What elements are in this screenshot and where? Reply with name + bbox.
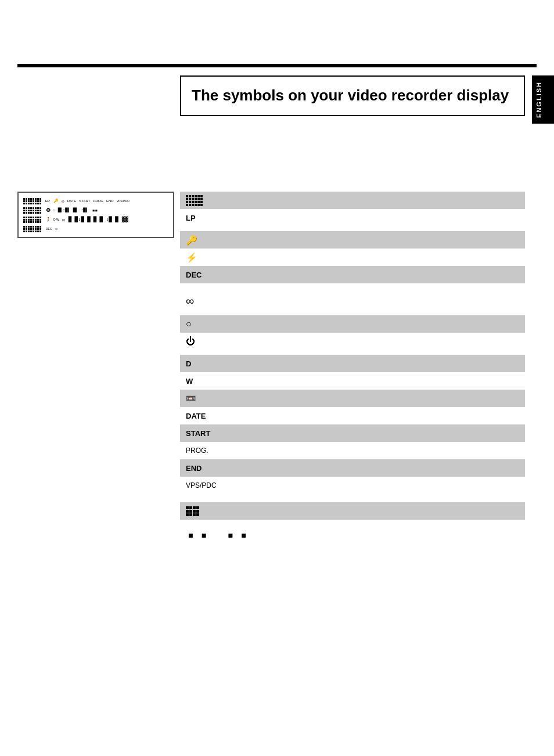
cassette-icon: 📼 — [186, 394, 196, 403]
prog-row: PROG. — [180, 442, 525, 459]
d-label: D — [186, 359, 191, 368]
spacer-1 — [180, 226, 525, 231]
grid-icon — [186, 195, 203, 206]
vps-label: VPS/PDC — [186, 481, 217, 489]
top-rule — [17, 64, 537, 67]
content-area: LP 🔑 ⚡ DEC ∞ ○ ⏻ — [180, 192, 525, 548]
spacer-4 — [180, 350, 525, 355]
spacer-2 — [180, 283, 525, 291]
lp-row — [180, 192, 525, 209]
prog-label: PROG. — [186, 447, 208, 455]
tiny-grid-icon — [186, 506, 199, 516]
spacer-5 — [180, 494, 525, 502]
spacer-3 — [180, 311, 525, 315]
dec-row: DEC — [180, 266, 525, 283]
tiny-grid-row — [180, 502, 525, 520]
cassette-row: 📼 — [180, 390, 525, 407]
person-row: ⚡ — [180, 249, 525, 266]
english-tab: ENGLISH — [532, 75, 554, 124]
circle-icon: ○ — [186, 319, 192, 329]
date-row: DATE — [180, 407, 525, 424]
large-seg-display: ▪▪ ▪▪ — [186, 527, 252, 545]
title-box: The symbols on your video recorder displ… — [180, 75, 525, 116]
large-seg-row: ▪▪ ▪▪ — [180, 524, 525, 548]
infinity-row: ∞ — [180, 291, 525, 311]
dec-label: DEC — [186, 271, 202, 279]
timer-row: ⏻ — [180, 333, 525, 350]
end-row: END — [180, 459, 525, 477]
end-label: END — [186, 464, 202, 473]
start-label: START — [186, 429, 210, 438]
key-icon: 🔑 — [186, 235, 197, 246]
w-row: W — [180, 372, 525, 390]
date-label: DATE — [186, 412, 206, 420]
infinity-icon: ∞ — [186, 294, 194, 308]
w-label: W — [186, 377, 193, 386]
timer-icon: ⏻ — [186, 336, 195, 347]
vps-row: VPS/PDC — [180, 477, 525, 494]
lp-label: LP — [186, 214, 196, 222]
person-icon: ⚡ — [186, 252, 197, 263]
spacer-6 — [180, 520, 525, 524]
lp-label-row: LP — [180, 209, 525, 226]
display-preview: LP 🔑 ∞ DATE START PROG END VPS/PDO ⚙ ○ █… — [17, 192, 174, 238]
d-row: D — [180, 355, 525, 372]
circle-row: ○ — [180, 315, 525, 333]
key-row: 🔑 — [180, 231, 525, 249]
page-title: The symbols on your video recorder displ… — [192, 86, 513, 106]
start-row: START — [180, 424, 525, 442]
